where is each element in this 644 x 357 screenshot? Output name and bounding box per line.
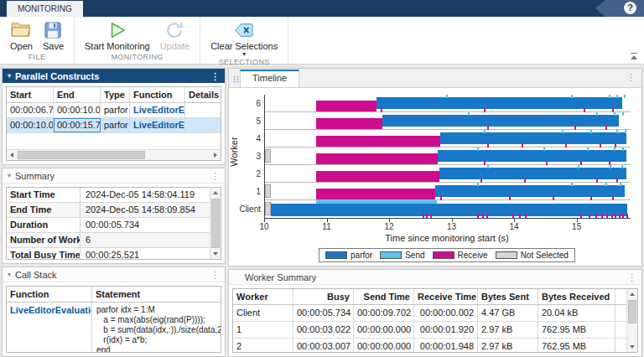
- receive-event-tick[interactable]: [595, 214, 597, 218]
- receive-event-tick[interactable]: [423, 214, 424, 218]
- table-cell[interactable]: 00:00:05.734: [293, 305, 354, 321]
- table-cell[interactable]: 762.95 MB: [538, 322, 615, 338]
- receive-event-tick[interactable]: [519, 214, 521, 218]
- vertical-scrollbar[interactable]: [626, 289, 637, 352]
- send-event-tick[interactable]: [484, 130, 486, 133]
- receive-event-tick[interactable]: [430, 214, 432, 218]
- timeline-segment-not_selected[interactable]: [265, 149, 271, 163]
- column-header[interactable]: Type: [101, 87, 130, 102]
- summary-row[interactable]: Start Time2024-Dec-05 14:58:04.119: [7, 188, 210, 203]
- collapse-panel-caret-icon[interactable]: ▾: [8, 271, 11, 278]
- column-header[interactable]: Details: [185, 87, 221, 102]
- update-button[interactable]: Update: [155, 18, 195, 53]
- table-cell[interactable]: LiveEditorEvaluationHelp...: [7, 303, 92, 353]
- parallel-constructs-row[interactable]: 00:00:06.75400:00:10.046parforLiveEditor…: [7, 103, 221, 118]
- scroll-right-button[interactable]: [210, 150, 221, 160]
- function-link[interactable]: LiveEditorEv...: [133, 105, 185, 115]
- table-cell[interactable]: 00:00:00.000: [354, 322, 414, 338]
- column-header[interactable]: Bytes Received: [538, 289, 615, 304]
- send-event-tick[interactable]: [622, 147, 624, 151]
- receive-event-tick[interactable]: [619, 214, 621, 218]
- receive-event-tick[interactable]: [611, 214, 613, 218]
- send-event-tick[interactable]: [487, 165, 489, 168]
- clear-selections-dropdown-caret-icon[interactable]: ▾: [242, 51, 246, 57]
- panel-menu-kebab-icon[interactable]: ⋮: [210, 72, 220, 80]
- timeline-segment-parfor[interactable]: [439, 168, 626, 179]
- table-cell[interactable]: 00:00:09.702: [354, 305, 414, 321]
- worker-summary-row[interactable]: Client00:00:05.73400:00:09.70200:00:00.0…: [233, 305, 626, 322]
- timeline-segment-not_selected[interactable]: [265, 184, 271, 198]
- panel-drag-handle-icon[interactable]: [233, 75, 239, 82]
- statement-cell[interactable]: parfor idx = 1:M a = max(abs(eig(rand(P)…: [92, 303, 221, 353]
- table-cell[interactable]: 1: [233, 322, 293, 338]
- send-event-tick[interactable]: [468, 112, 470, 116]
- receive-event-tick[interactable]: [589, 214, 590, 218]
- summary-row[interactable]: Total Busy Time00:00:25.521: [7, 248, 210, 259]
- clear-selections-button[interactable]: Clear Selections ▾: [205, 18, 283, 58]
- table-cell[interactable]: 00:00:00.002: [414, 305, 478, 321]
- panel-menu-kebab-icon[interactable]: ⋮: [210, 172, 220, 180]
- worker-summary-row[interactable]: 200:00:03.00700:00:00.00000:00:01.9482.9…: [233, 339, 626, 352]
- timeline-segment-parfor[interactable]: [435, 185, 625, 197]
- send-event-tick[interactable]: [614, 147, 615, 151]
- column-header[interactable]: End: [54, 87, 101, 102]
- receive-event-tick[interactable]: [477, 214, 479, 218]
- send-event-tick[interactable]: [477, 183, 479, 186]
- scroll-down-button[interactable]: [627, 342, 637, 352]
- timeline-segment-parfor[interactable]: [382, 115, 619, 127]
- column-header[interactable]: Send Time: [354, 289, 414, 304]
- legend-item[interactable]: Send: [380, 251, 424, 260]
- send-event-tick[interactable]: [562, 130, 564, 133]
- scrollbar-thumb[interactable]: [211, 199, 220, 248]
- column-header[interactable]: Receive Time: [414, 289, 478, 304]
- panel-menu-kebab-icon[interactable]: ⋮: [210, 271, 220, 279]
- column-header[interactable]: Function: [130, 87, 185, 102]
- collapse-panel-caret-icon[interactable]: ▾: [8, 72, 11, 80]
- legend-item[interactable]: Not Selected: [496, 251, 569, 260]
- function-link[interactable]: LiveEditorEv...: [133, 120, 185, 130]
- help-button[interactable]: ?: [624, 2, 636, 14]
- timeline-segment-parfor[interactable]: [438, 150, 626, 162]
- timeline-segment-not_selected[interactable]: [265, 202, 271, 215]
- timeline-segment-send_band[interactable]: [316, 200, 437, 204]
- call-stack-row[interactable]: LiveEditorEvaluationHelp...parfor idx = …: [7, 303, 221, 353]
- summary-row[interactable]: Number of Workers6: [7, 233, 210, 248]
- receive-event-tick[interactable]: [615, 214, 616, 218]
- scrollbar-thumb[interactable]: [628, 300, 636, 323]
- timeline-segment-parfor[interactable]: [271, 204, 627, 216]
- timeline-segment-receive[interactable]: [316, 118, 382, 129]
- receive-event-tick[interactable]: [626, 214, 628, 218]
- table-cell[interactable]: 00:00:10.046: [54, 103, 101, 117]
- send-event-tick[interactable]: [446, 95, 448, 98]
- table-cell[interactable]: 00:00:10.051: [7, 118, 54, 132]
- timeline-segment-receive[interactable]: [316, 171, 439, 182]
- timeline-segment-parfor[interactable]: [440, 132, 626, 144]
- send-event-tick[interactable]: [571, 183, 573, 186]
- worker-summary-row[interactable]: 100:00:03.02200:00:00.00000:00:01.9202.9…: [233, 322, 626, 339]
- send-event-tick[interactable]: [605, 183, 607, 186]
- receive-event-tick[interactable]: [601, 214, 603, 218]
- send-event-tick[interactable]: [571, 95, 573, 98]
- send-event-tick[interactable]: [614, 112, 615, 116]
- send-event-tick[interactable]: [477, 147, 479, 151]
- receive-event-tick[interactable]: [512, 214, 514, 218]
- table-cell[interactable]: parfor: [101, 103, 130, 117]
- table-cell[interactable]: LiveEditorEv...: [130, 103, 185, 117]
- table-cell[interactable]: [185, 103, 221, 117]
- column-header[interactable]: Busy: [293, 289, 354, 304]
- send-event-tick[interactable]: [620, 183, 621, 186]
- collapse-ribbon-button[interactable]: [629, 53, 639, 61]
- send-event-tick[interactable]: [621, 165, 623, 168]
- scroll-up-button[interactable]: [627, 289, 637, 299]
- summary-row[interactable]: Duration00:00:05.734: [7, 218, 210, 233]
- table-cell[interactable]: 4.47 GB: [478, 305, 538, 321]
- tab-monitoring[interactable]: MONITORING: [7, 1, 83, 17]
- send-event-tick[interactable]: [622, 112, 624, 116]
- timeline-segment-parfor[interactable]: [377, 97, 623, 109]
- panel-menu-kebab-icon[interactable]: ⋮: [627, 273, 636, 282]
- timeline-segment-receive[interactable]: [316, 153, 438, 164]
- table-cell[interactable]: 00:00:01.920: [414, 322, 478, 338]
- table-cell[interactable]: 2: [233, 339, 293, 352]
- table-cell[interactable]: 00:00:01.948: [414, 339, 478, 352]
- send-event-tick[interactable]: [590, 130, 592, 133]
